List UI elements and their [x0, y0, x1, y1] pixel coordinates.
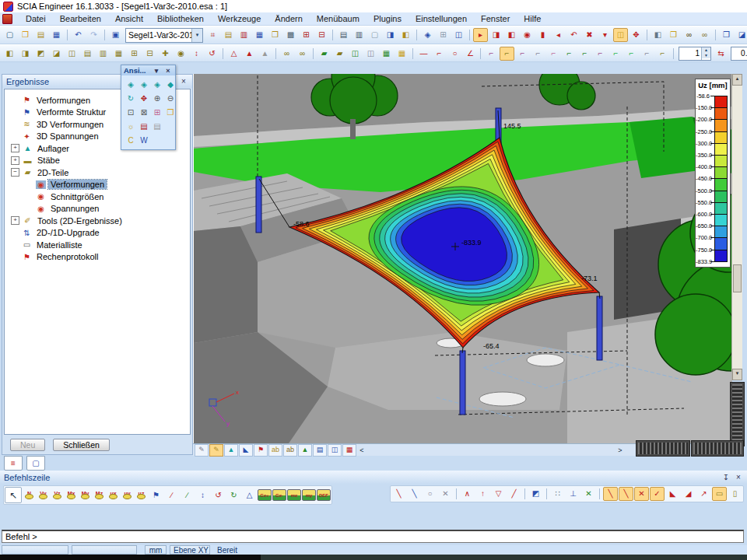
draw-rect-icon[interactable]: ⌐: [432, 47, 447, 61]
result-vz-icon[interactable]: Vz: [51, 489, 64, 502]
pan-widget-1[interactable]: [637, 441, 689, 456]
stress-minus-icon[interactable]: ∕: [180, 488, 195, 502]
spinner-up-icon[interactable]: ▲: [702, 47, 710, 53]
command-input[interactable]: [2, 530, 744, 543]
result-vy-icon[interactable]: Vy: [37, 489, 50, 502]
save-icon[interactable]: ▦: [49, 28, 64, 42]
polyline-tool-icon[interactable]: ╲: [407, 487, 422, 501]
edge-support-1-icon[interactable]: ⌐: [484, 47, 499, 61]
dot-grid-icon[interactable]: ∷: [550, 487, 565, 501]
tree-item-rechenprotokoll[interactable]: ⚑Rechenprotokoll: [5, 251, 190, 264]
paperspace-icon[interactable]: ❐: [268, 28, 282, 42]
menu-plugins[interactable]: Plugins: [366, 13, 409, 24]
pan-view-icon[interactable]: ✥: [137, 92, 151, 105]
scroll-track[interactable]: [732, 86, 742, 369]
circle-tool-icon[interactable]: ○: [423, 487, 437, 501]
search-off-icon[interactable]: ∞: [697, 28, 712, 42]
rotate-cw-icon[interactable]: ↻: [226, 488, 241, 502]
labels-abc2-icon[interactable]: ab: [283, 444, 297, 457]
center-selection-icon[interactable]: ✥: [629, 28, 644, 42]
activity-clipping-icon[interactable]: ◫: [348, 47, 363, 61]
status-plane[interactable]: Ebene XY: [170, 545, 210, 555]
labels-abc-icon[interactable]: ab: [268, 444, 282, 457]
divide-icon[interactable]: ↗: [696, 487, 711, 501]
wireframe-icon[interactable]: △: [226, 47, 241, 61]
edge-support-7-icon[interactable]: ⌐: [577, 47, 592, 61]
result-ux-icon[interactable]: ux: [107, 489, 120, 502]
view-z-icon[interactable]: ◈: [150, 78, 164, 91]
pin-icon[interactable]: ↧: [721, 473, 731, 481]
new-document-icon[interactable]: ▢: [2, 28, 17, 42]
zoom-window-icon[interactable]: ⊡: [124, 106, 138, 119]
previous-selection-icon[interactable]: ◫: [613, 28, 628, 42]
print-preview-icon[interactable]: ▥: [352, 28, 366, 42]
scroll-thumb[interactable]: [733, 264, 742, 292]
select-circle-icon[interactable]: ◉: [520, 28, 535, 42]
edge-support-3-icon[interactable]: ⌐: [515, 47, 530, 61]
zoom-in-icon[interactable]: ⊕: [150, 92, 164, 105]
edge-support-4-icon[interactable]: ⌐: [531, 47, 545, 61]
result-uy-icon[interactable]: uy: [121, 489, 134, 502]
merge-node-icon[interactable]: ✓: [650, 487, 665, 501]
select-cursor-icon[interactable]: ↖: [5, 487, 22, 503]
show-load-labels-icon[interactable]: ▤: [80, 47, 95, 61]
edge-support-12-icon[interactable]: ⌐: [655, 47, 670, 61]
tree-item-verformungen[interactable]: ◉Verformungen: [5, 179, 190, 191]
activity-all-icon[interactable]: ▦: [395, 47, 409, 61]
ucs-icon[interactable]: ⊞: [436, 28, 451, 42]
render-solid-icon[interactable]: ▲: [242, 47, 257, 61]
tree-item-2d-1d-upgrade[interactable]: ⇅2D-/1D-Upgrade: [5, 227, 190, 240]
result-n-icon[interactable]: N: [23, 489, 36, 502]
print-view2-icon[interactable]: ▤: [150, 120, 164, 133]
deselect-icon[interactable]: ◂: [551, 28, 566, 42]
window-paste-icon[interactable]: ◪: [735, 28, 747, 42]
quick-search2-icon[interactable]: ∞: [295, 47, 310, 61]
schliessen-button[interactable]: Schließen: [53, 439, 110, 451]
result-flag-icon[interactable]: ⚑: [149, 488, 163, 502]
scale-spinner[interactable]: 0.5 ▲▼: [731, 47, 747, 61]
show-axes-icon[interactable]: ✚: [158, 47, 173, 61]
activity-invert-icon[interactable]: ▦: [379, 47, 394, 61]
snap-intersection-icon[interactable]: ╱: [507, 487, 521, 501]
render-transparent-icon[interactable]: ▲: [258, 47, 272, 61]
show-grid-icon[interactable]: ⊟: [142, 47, 157, 61]
results-tree-tab-icon[interactable]: ≡: [4, 456, 23, 471]
close-icon[interactable]: ×: [179, 77, 188, 86]
show-moments-icon[interactable]: ▥: [96, 47, 110, 61]
edge-support-6-icon[interactable]: ⌐: [562, 47, 577, 61]
zoom-selection-icon[interactable]: ⊞: [150, 106, 164, 119]
edge-support-2-icon[interactable]: ⌐: [500, 47, 514, 61]
rotate-view-icon[interactable]: ↻: [124, 92, 138, 105]
show-model-data-icon[interactable]: ⊞: [127, 47, 142, 61]
show-node-labels-icon[interactable]: ◧: [2, 47, 17, 61]
menu-fenster[interactable]: Fenster: [474, 13, 517, 24]
delete-tool-icon[interactable]: ✕: [438, 487, 453, 501]
snap-midpoint-icon[interactable]: ↑: [475, 487, 490, 501]
edge-support-9-icon[interactable]: ⌐: [608, 47, 623, 61]
delete-node-icon[interactable]: ✕: [634, 487, 649, 501]
tree-item-stabe[interactable]: +▬Stäbe: [5, 155, 190, 167]
move-node-icon[interactable]: ╲: [603, 487, 618, 501]
document-clock-icon[interactable]: ◧: [398, 28, 413, 42]
view-x-icon[interactable]: ◈: [124, 78, 138, 91]
mesh-view-icon[interactable]: ▲: [298, 444, 312, 457]
project-window-icon[interactable]: ▣: [108, 28, 123, 42]
pan-widget-vertical[interactable]: [731, 383, 744, 446]
regenerate-icon[interactable]: ↺: [205, 47, 219, 61]
table-input-icon[interactable]: ⊟: [314, 28, 329, 42]
line-grid-icon[interactable]: ⊥: [566, 487, 580, 501]
collapse-icon[interactable]: −: [11, 168, 19, 177]
snap-step-spinner[interactable]: 1 ▲▼: [679, 47, 711, 61]
pencil-render-icon[interactable]: ✎: [209, 444, 223, 457]
pencil-wire-icon[interactable]: ✎: [195, 444, 209, 457]
print-view-icon[interactable]: ▤: [137, 120, 151, 133]
zoom-out-icon[interactable]: ⊖: [163, 92, 177, 105]
scroll-right-button[interactable]: >: [615, 446, 626, 454]
clipboard-c-icon[interactable]: C: [124, 134, 138, 147]
ansicht-toolbar-header[interactable]: Ansi... ▾ ×: [121, 65, 175, 75]
undo-icon[interactable]: ↶: [71, 28, 86, 42]
search-icon[interactable]: ∞: [682, 28, 696, 42]
selection-filter-icon[interactable]: ▾: [598, 28, 612, 42]
refresh-icon[interactable]: ↕: [189, 47, 204, 61]
insert-node-icon[interactable]: ╲: [619, 487, 633, 501]
